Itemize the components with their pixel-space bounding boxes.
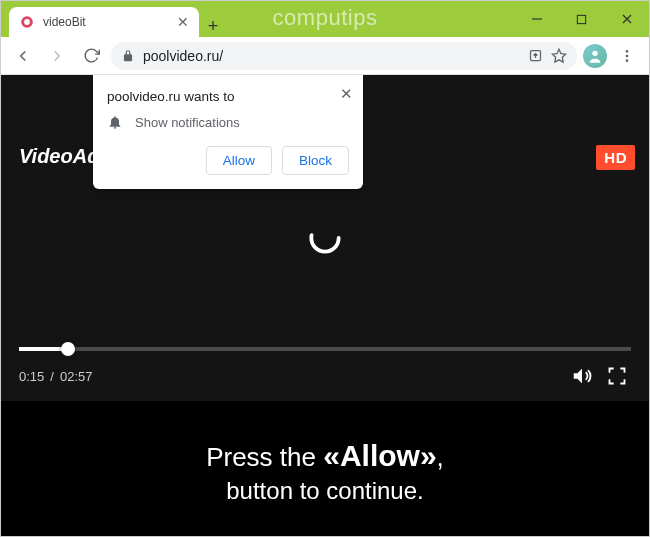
svg-point-9: [626, 50, 629, 53]
window-controls: [514, 1, 649, 37]
back-button[interactable]: [9, 42, 37, 70]
window-close-button[interactable]: [604, 1, 649, 37]
toolbar: poolvideo.ru/: [1, 37, 649, 75]
block-button[interactable]: Block: [282, 146, 349, 175]
hd-badge: HD: [596, 145, 635, 170]
tab-favicon: [19, 14, 35, 30]
lock-icon: [121, 49, 135, 63]
time-row: 0:15 / 02:57: [19, 361, 631, 391]
new-tab-button[interactable]: +: [199, 16, 227, 37]
close-icon[interactable]: ✕: [340, 85, 353, 103]
browser-tab[interactable]: videoBit ✕: [9, 7, 199, 37]
time-current: 0:15: [19, 369, 44, 384]
message-line1: Press the «Allow»,: [206, 439, 444, 473]
volume-icon[interactable]: [567, 361, 597, 391]
msg-suffix: ,: [437, 442, 444, 472]
video-controls: 0:15 / 02:57: [1, 347, 649, 401]
close-icon[interactable]: ✕: [177, 15, 189, 29]
notification-prompt-text: Show notifications: [135, 115, 240, 130]
loading-spinner-icon: [306, 219, 344, 257]
svg-point-11: [626, 59, 629, 62]
notification-origin: poolvideo.ru wants to: [107, 89, 349, 104]
allow-button[interactable]: Allow: [206, 146, 272, 175]
video-brand-text: VideoAd: [19, 145, 99, 168]
progress-thumb[interactable]: [61, 342, 75, 356]
menu-button[interactable]: [613, 42, 641, 70]
page-content: VideoAd HD 0:15 / 02:57: [1, 75, 649, 536]
instruction-message: Press the «Allow», button to continue.: [1, 408, 649, 536]
svg-point-8: [592, 50, 597, 55]
notification-actions: Allow Block: [107, 146, 349, 175]
share-icon[interactable]: [528, 48, 543, 63]
notification-prompt-row: Show notifications: [107, 114, 349, 130]
svg-rect-3: [577, 15, 585, 23]
svg-point-10: [626, 54, 629, 57]
time-separator: /: [50, 369, 54, 384]
message-line2: button to continue.: [226, 477, 423, 505]
svg-marker-7: [552, 49, 565, 62]
progress-bar[interactable]: [19, 347, 631, 351]
tab-strip: videoBit ✕ +: [1, 1, 227, 37]
bell-icon: [107, 114, 123, 130]
msg-strong: «Allow»: [323, 439, 436, 472]
profile-avatar[interactable]: [583, 44, 607, 68]
url-text: poolvideo.ru/: [143, 48, 520, 64]
titlebar: videoBit ✕ + computips: [1, 1, 649, 37]
reload-button[interactable]: [77, 42, 105, 70]
fullscreen-icon[interactable]: [603, 362, 631, 390]
tab-title: videoBit: [43, 15, 169, 29]
notification-popup: ✕ poolvideo.ru wants to Show notificatio…: [93, 75, 363, 189]
forward-button[interactable]: [43, 42, 71, 70]
maximize-button[interactable]: [559, 1, 604, 37]
browser-window: videoBit ✕ + computips: [0, 0, 650, 537]
address-bar[interactable]: poolvideo.ru/: [111, 42, 577, 70]
watermark-text: computips: [273, 5, 378, 31]
star-icon[interactable]: [551, 48, 567, 64]
svg-point-12: [311, 224, 338, 251]
time-total: 02:57: [60, 369, 93, 384]
msg-prefix: Press the: [206, 442, 323, 472]
svg-point-1: [24, 19, 30, 25]
minimize-button[interactable]: [514, 1, 559, 37]
